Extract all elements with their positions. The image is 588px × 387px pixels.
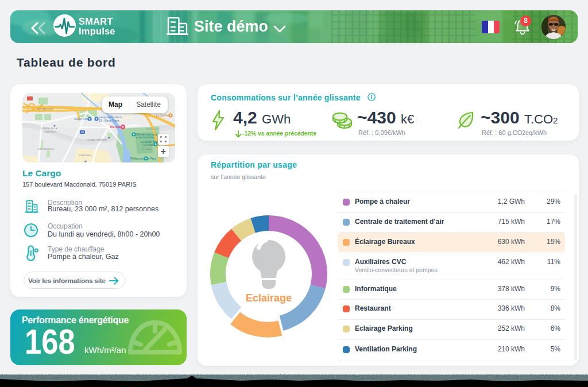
svg-text:A1: A1 [81,131,84,134]
svg-text:Philharmonie de Paris: Philharmonie de Paris [130,157,157,160]
svg-text:LA CHAPELLE: LA CHAPELLE [38,148,54,150]
svg-text:Eclairage: Eclairage [246,292,292,304]
svg-text:Bd Sérurier: Bd Sérurier [146,127,158,130]
svg-text:La Villette: La Villette [142,148,152,150]
svg-text:PORTE DE LA: PORTE DE LA [41,127,57,130]
svg-text:CURIAL CAMBRAI: CURIAL CAMBRAI [87,138,107,141]
svg-text:Action Paris: Action Paris [74,117,90,121]
svg-text:et de l'industrie: et de l'industrie [136,136,154,139]
svg-text:19 - Rosa Parks: 19 - Rosa Parks [99,119,119,122]
svg-text:Bd Périphérique: Bd Périphérique [37,107,53,110]
svg-text:FLANDRES: FLANDRES [79,154,92,157]
svg-text:- La Villette: - La Villette [142,144,155,146]
svg-text:CHAPELLE: CHAPELLE [44,130,56,133]
